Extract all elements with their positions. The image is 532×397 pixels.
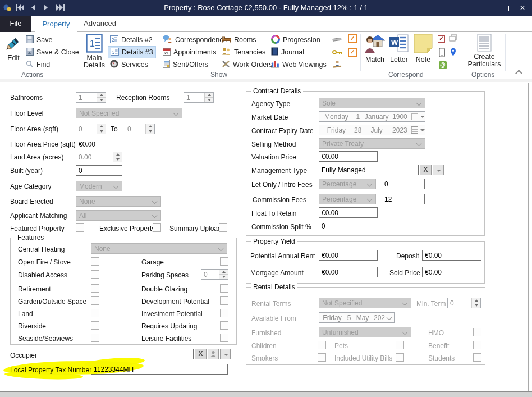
open-fire-checkbox[interactable] — [91, 257, 99, 266]
valuation-price-input[interactable]: €0.00 — [319, 151, 378, 162]
progression-button[interactable]: Progression — [271, 34, 320, 45]
spin-down-button[interactable] — [205, 97, 213, 102]
summary-upload-checkbox[interactable] — [219, 223, 227, 232]
occupier-dropdown-button[interactable] — [220, 349, 231, 359]
land-area-spinner[interactable]: 0.00 — [76, 152, 122, 162]
floor-level-dropdown[interactable]: Not Specified — [76, 108, 182, 118]
email-at-button[interactable]: @ — [439, 61, 447, 69]
central-heating-dropdown[interactable]: None — [91, 243, 227, 254]
pen-check-toggle[interactable]: ✓ — [348, 34, 357, 43]
spin-up-button[interactable] — [97, 124, 106, 129]
occupier-contact-button[interactable] — [208, 349, 219, 359]
spin-down-button[interactable] — [146, 129, 154, 134]
spin-down-button[interactable] — [97, 97, 106, 102]
phone-button[interactable] — [439, 48, 445, 59]
available-from-date-picker[interactable]: Friday 5 May 202 — [319, 312, 395, 323]
spin-up-button[interactable] — [472, 298, 480, 303]
let-only-fee-input[interactable]: 0 — [382, 179, 425, 189]
map-pin-icon-button[interactable] — [450, 48, 456, 58]
tab-property[interactable]: Property — [35, 16, 77, 32]
pets-checkbox[interactable] — [396, 341, 404, 349]
spin-up-button[interactable] — [219, 270, 228, 274]
children-checkbox[interactable] — [318, 341, 326, 349]
built-year-input[interactable]: 0 — [76, 165, 122, 176]
age-category-dropdown[interactable]: Modern — [76, 181, 122, 191]
find-button[interactable]: Find — [26, 59, 50, 70]
sent-offers-button[interactable]: Sent/Offers — [163, 59, 208, 70]
investment-potential-checkbox[interactable] — [220, 309, 228, 317]
note-button[interactable]: Note — [412, 34, 434, 63]
deposit-input[interactable]: €0.00 — [422, 250, 481, 261]
mortgage-amount-input[interactable]: €0.00 — [319, 267, 378, 277]
main-details-button[interactable]: 1 Main Details — [82, 34, 107, 69]
smokers-checkbox[interactable] — [318, 353, 326, 362]
applicant-desk-button[interactable] — [332, 60, 342, 70]
floor-area-price-input[interactable]: €0.00 — [76, 139, 122, 149]
services-button[interactable]: Services — [110, 59, 148, 70]
spin-up-button[interactable] — [205, 93, 213, 97]
close-button[interactable]: ✕ — [514, 0, 531, 16]
retirement-checkbox[interactable] — [91, 284, 99, 293]
letter-button[interactable]: W Letter — [388, 34, 410, 63]
management-type-input[interactable]: Fully Managed — [319, 165, 419, 175]
correspondence-button[interactable]: Correspondence — [163, 34, 227, 45]
garage-checkbox[interactable] — [220, 257, 228, 266]
float-to-retain-input[interactable]: €0.00 — [319, 207, 378, 218]
details-3-button-selected[interactable]: 3 Details #3 — [108, 47, 155, 58]
occupier-clear-button[interactable]: X — [195, 349, 207, 359]
minimize-button[interactable] — [480, 0, 497, 16]
create-particulars-button[interactable]: Create Particulars — [467, 34, 502, 68]
potential-annual-rent-input[interactable]: €0.00 — [319, 250, 378, 261]
appointments-button[interactable]: 21 Appointments — [163, 47, 216, 58]
min-term-spinner[interactable]: 0 — [447, 298, 481, 308]
development-potential-checkbox[interactable] — [220, 296, 228, 305]
spin-up-button[interactable] — [113, 152, 122, 157]
spin-down-button[interactable] — [219, 274, 228, 279]
management-type-dropdown-button[interactable] — [433, 165, 444, 175]
maximize-button[interactable] — [497, 0, 514, 16]
spin-up-button[interactable] — [146, 124, 154, 129]
benefit-checkbox[interactable] — [473, 341, 481, 349]
tick-red-toggle[interactable]: ✓ — [438, 35, 445, 43]
tab-file[interactable]: File — [0, 16, 31, 32]
spin-down-button[interactable] — [97, 129, 106, 134]
key-check-toggle[interactable]: ✓ — [348, 48, 357, 57]
agency-type-dropdown[interactable]: Sole — [319, 98, 425, 108]
contract-expiry-date-picker[interactable]: Friday 28 July 2023 — [319, 125, 425, 135]
board-erected-dropdown[interactable]: None — [76, 196, 161, 207]
lpt-input[interactable]: 11223344MH — [91, 364, 228, 375]
parking-spaces-spinner[interactable]: 0 — [201, 269, 228, 280]
spin-up-button[interactable] — [97, 93, 106, 97]
floor-area-to-spinner[interactable]: 0 — [125, 124, 155, 134]
edit-button[interactable]: Edit — [3, 34, 24, 62]
land-checkbox[interactable] — [91, 309, 99, 317]
featured-property-checkbox[interactable] — [76, 223, 84, 232]
journal-button[interactable]: Journal — [271, 47, 304, 58]
floor-area-from-spinner[interactable]: 0 — [76, 124, 106, 134]
disabled-access-checkbox[interactable] — [91, 270, 99, 279]
sold-price-input[interactable]: €0.00 — [422, 267, 481, 277]
students-checkbox[interactable] — [473, 353, 481, 362]
commission-fee-type-dropdown[interactable]: Percentage — [319, 194, 376, 204]
commission-fee-input[interactable]: 12 — [382, 194, 425, 204]
reception-rooms-spinner[interactable]: 1 — [184, 92, 214, 103]
tab-advanced[interactable]: Advanced — [79, 16, 121, 31]
key-button[interactable] — [332, 49, 342, 57]
hmo-checkbox[interactable] — [473, 328, 481, 336]
management-type-clear-button[interactable]: X — [420, 165, 432, 175]
requires-updating-checkbox[interactable] — [220, 321, 228, 330]
details-2-button[interactable]: 2 Details #2 — [110, 34, 153, 45]
bathrooms-spinner[interactable]: 1 — [76, 92, 106, 103]
pen-button[interactable] — [332, 36, 342, 44]
spin-down-button[interactable] — [113, 157, 122, 162]
save-and-close-button[interactable]: Save & Close — [26, 47, 79, 58]
occupier-input[interactable] — [91, 349, 194, 359]
work-orders-button[interactable]: Work Orders — [222, 59, 273, 70]
match-button[interactable]: Match — [363, 34, 387, 63]
tenancies-button[interactable]: Tenancies — [222, 47, 265, 58]
garden-outside-space-checkbox[interactable] — [91, 296, 99, 305]
let-only-fee-type-dropdown[interactable]: Percentage — [319, 179, 376, 189]
rental-terms-dropdown[interactable]: Not Specified — [319, 298, 411, 308]
riverside-checkbox[interactable] — [91, 321, 99, 330]
selling-method-dropdown[interactable]: Private Treaty — [319, 138, 425, 149]
